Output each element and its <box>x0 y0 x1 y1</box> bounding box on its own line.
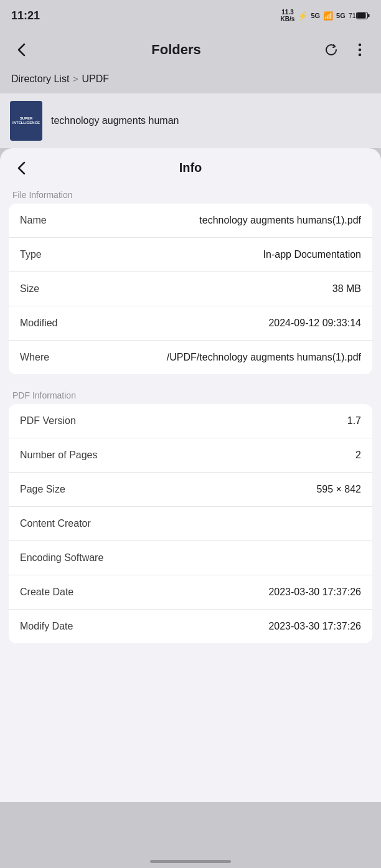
file-type-value: In-app Documentation <box>263 249 361 260</box>
pdf-creator-label: Content Creator <box>20 518 91 529</box>
breadcrumb: Directory List > UPDF <box>0 68 381 93</box>
svg-point-4 <box>359 49 361 51</box>
pdf-modify-date-label: Modify Date <box>20 621 76 632</box>
pdf-pages-row: Number of Pages 2 <box>9 438 372 473</box>
status-time: 11:21 <box>11 9 40 22</box>
file-modified-value: 2024-09-12 09:33:14 <box>268 318 361 329</box>
file-size-label: Size <box>20 283 76 295</box>
thumb-title: SUPERINTELLIGENCE <box>12 116 40 125</box>
file-name-label: Name <box>20 215 76 226</box>
file-name-preview: technology augments human <box>51 115 179 126</box>
file-modified-row: Modified 2024-09-12 09:33:14 <box>9 306 372 341</box>
info-modal: Info File Information Name technology au… <box>0 148 381 802</box>
breadcrumb-separator: > <box>73 74 78 84</box>
file-size-row: Size 38 MB <box>9 272 372 306</box>
nav-bar: Folders <box>0 31 381 68</box>
pdf-create-date-value: 2023-03-30 17:37:26 <box>268 587 361 598</box>
pdf-version-value: 1.7 <box>347 415 361 427</box>
file-size-value: 38 MB <box>332 283 361 295</box>
pdf-modify-date-row: Modify Date 2023-03-30 17:37:26 <box>9 610 372 643</box>
status-bar: 11:21 11.3KB/s ⚡ 5G 📶 5G 71 <box>0 0 381 31</box>
breadcrumb-updf[interactable]: UPDF <box>82 73 110 85</box>
file-name-value: technology augments humans(1).pdf <box>199 215 361 226</box>
network-5g-1: 5G <box>311 12 320 19</box>
modal-header: Info <box>0 148 381 185</box>
pdf-page-size-value: 595 × 842 <box>316 484 361 495</box>
modal-back-button[interactable] <box>10 157 32 179</box>
svg-point-3 <box>359 44 361 46</box>
breadcrumb-directory[interactable]: Directory List <box>11 73 69 85</box>
modal-title: Info <box>179 161 202 175</box>
pdf-page-size-label: Page Size <box>20 484 76 495</box>
signal-icon-1: ⚡ <box>298 11 308 21</box>
file-info-label: File Information <box>0 185 381 204</box>
svg-rect-1 <box>357 13 366 19</box>
pdf-encoding-row: Encoding Software <box>9 541 372 575</box>
pdf-pages-value: 2 <box>355 450 361 461</box>
pdf-page-size-row: Page Size 595 × 842 <box>9 473 372 507</box>
pdf-pages-label: Number of Pages <box>20 450 98 461</box>
file-type-row: Type In-app Documentation <box>9 238 372 272</box>
file-where-row: Where /UPDF/technology augments humans(1… <box>9 341 372 374</box>
file-modified-label: Modified <box>20 318 76 329</box>
pdf-create-date-label: Create Date <box>20 587 76 598</box>
svg-point-5 <box>359 54 361 56</box>
pdf-creator-row: Content Creator <box>9 507 372 541</box>
data-speed-icon: 11.3KB/s <box>281 9 295 22</box>
more-button[interactable] <box>349 39 371 61</box>
pdf-modify-date-value: 2023-03-30 17:37:26 <box>268 621 361 632</box>
pdf-version-row: PDF Version 1.7 <box>9 404 372 438</box>
file-where-label: Where <box>20 352 76 363</box>
pdf-encoding-label: Encoding Software <box>20 552 103 564</box>
home-indicator <box>150 860 231 863</box>
pdf-info-card: PDF Version 1.7 Number of Pages 2 Page S… <box>9 404 372 643</box>
pdf-create-date-row: Create Date 2023-03-30 17:37:26 <box>9 575 372 610</box>
nav-actions <box>320 39 371 61</box>
status-icons: 11.3KB/s ⚡ 5G 📶 5G 71 <box>281 9 370 22</box>
file-type-label: Type <box>20 249 76 260</box>
file-info-card: Name technology augments humans(1).pdf T… <box>9 204 372 374</box>
file-thumbnail: SUPERINTELLIGENCE <box>10 101 42 141</box>
battery-icon: 71 <box>349 12 370 19</box>
file-where-value: /UPDF/technology augments humans(1).pdf <box>167 352 361 363</box>
pdf-info-label: PDF Information <box>0 385 381 404</box>
network-5g-2: 5G <box>336 12 346 19</box>
svg-rect-2 <box>368 14 370 17</box>
nav-title: Folders <box>151 42 200 58</box>
file-name-row: Name technology augments humans(1).pdf <box>9 204 372 238</box>
signal-bars: 📶 <box>323 11 333 21</box>
battery-shape <box>356 12 370 19</box>
pdf-version-label: PDF Version <box>20 415 76 427</box>
nav-back-button[interactable] <box>10 39 32 61</box>
refresh-button[interactable] <box>320 39 342 61</box>
file-list-area: SUPERINTELLIGENCE technology augments hu… <box>0 93 381 148</box>
